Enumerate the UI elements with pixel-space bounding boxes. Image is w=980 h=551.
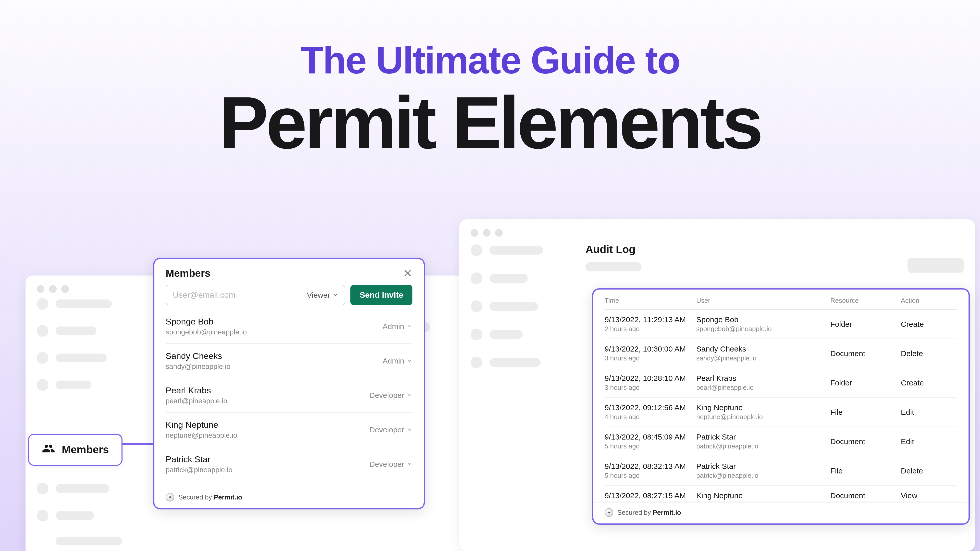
member-name: Sandy Cheeks (165, 351, 231, 361)
audit-row: 9/13/2022, 08:27:15 AMKing NeptuneDocume… (605, 486, 957, 502)
sidebar-item-label: Members (62, 444, 109, 456)
audit-row: 9/13/2022, 11:29:13 AM2 hours agoSponge … (605, 310, 957, 339)
user-name: King Neptune (696, 403, 830, 412)
chevron-down-icon (407, 426, 412, 434)
col-resource: Resource (830, 289, 900, 310)
chevron-down-icon (332, 291, 338, 300)
member-row: Patrick Starpatrick@pineapple.ioDevelope… (165, 447, 412, 487)
audit-row: 9/13/2022, 10:30:00 AM3 hours agoSandy C… (605, 339, 957, 368)
button-placeholder (907, 258, 964, 273)
user-email: neptune@pineapple.io (696, 413, 830, 421)
cell-time: 9/13/2022, 11:29:13 AM2 hours ago (605, 310, 696, 339)
subtitle-placeholder (585, 262, 641, 272)
time-value: 9/13/2022, 10:30:00 AM (605, 345, 696, 353)
cell-time: 9/13/2022, 08:45:09 AM5 hours ago (605, 427, 696, 456)
time-value: 9/13/2022, 09:12:56 AM (605, 403, 696, 412)
chevron-down-icon (407, 322, 412, 331)
audit-table: Time User Resource Action 9/13/2022, 11:… (605, 289, 957, 502)
cell-user: Patrick Starpatrick@pineapple.io (696, 427, 830, 456)
hero-subtitle: The Ultimate Guide to (0, 38, 980, 83)
cell-resource: Folder (830, 368, 900, 397)
user-email: patrick@pineapple.io (696, 472, 830, 480)
user-name: Pearl Krabs (696, 374, 830, 383)
invite-role-label: Viewer (307, 291, 330, 300)
member-role-label: Developer (369, 460, 404, 468)
user-email: spongebob@pineapple.io (696, 325, 830, 333)
chevron-down-icon (407, 460, 412, 468)
shield-icon: ✦ (605, 508, 613, 517)
cell-action: View (901, 486, 957, 502)
chevron-down-icon (407, 357, 412, 365)
secured-label: Secured by Permit.io (617, 509, 681, 516)
shield-icon: ✦ (165, 493, 174, 502)
audit-card: Time User Resource Action 9/13/2022, 11:… (592, 288, 970, 525)
member-name: Patrick Star (165, 454, 232, 464)
members-list: Sponge Bobspongebob@pineapple.ioAdminSan… (154, 310, 424, 487)
cell-time: 9/13/2022, 08:32:13 AM5 hours ago (605, 456, 696, 486)
member-role-label: Admin (383, 322, 404, 331)
sidebar-placeholder (471, 242, 568, 368)
member-identity: Pearl Krabspearl@pineapple.io (165, 386, 228, 405)
col-action: Action (901, 289, 957, 310)
cell-user: Pearl Krabspearl@pineapple.io (696, 368, 830, 397)
sidebar-item-members[interactable]: Members (28, 433, 123, 466)
cell-resource: File (830, 456, 900, 486)
member-role-label: Admin (383, 357, 404, 365)
user-name: Patrick Star (696, 433, 830, 441)
user-email: pearl@pineapple.io (696, 384, 830, 392)
invite-role-select[interactable]: Viewer (307, 291, 338, 300)
member-name: Pearl Krabs (165, 386, 228, 395)
members-title: Members (165, 268, 210, 279)
member-identity: Sandy Cheekssandy@pineapple.io (165, 351, 231, 371)
cell-user: Sandy Cheekssandy@pineapple.io (696, 339, 830, 368)
member-row: Sponge Bobspongebob@pineapple.ioAdmin (165, 310, 412, 344)
member-role-select[interactable]: Developer (369, 460, 412, 468)
member-role-select[interactable]: Admin (383, 357, 412, 365)
sidebar-placeholder (37, 298, 144, 545)
cell-action: Delete (901, 456, 957, 486)
time-ago: 3 hours ago (605, 384, 696, 392)
cell-action: Edit (901, 427, 957, 456)
secured-footer: ✦ Secured by Permit.io (593, 502, 969, 524)
member-email: sandy@pineapple.io (165, 362, 231, 371)
cell-time: 9/13/2022, 10:28:10 AM3 hours ago (605, 368, 696, 397)
secured-label: Secured by Permit.io (178, 493, 242, 501)
time-value: 9/13/2022, 08:32:13 AM (605, 462, 696, 471)
cell-action: Create (901, 310, 957, 339)
cell-resource: File (830, 397, 900, 427)
member-row: King Neptuneneptune@pineapple.ioDevelope… (165, 413, 412, 447)
member-name: Sponge Bob (165, 317, 247, 327)
audit-row: 9/13/2022, 08:45:09 AM5 hours agoPatrick… (605, 427, 957, 456)
cell-time: 9/13/2022, 09:12:56 AM4 hours ago (605, 397, 696, 427)
cell-time: 9/13/2022, 08:27:15 AM (605, 486, 696, 502)
time-value: 9/13/2022, 11:29:13 AM (605, 315, 696, 324)
time-value: 9/13/2022, 08:45:09 AM (605, 433, 696, 441)
cell-user: Patrick Starpatrick@pineapple.io (696, 456, 830, 486)
cell-user: Sponge Bobspongebob@pineapple.io (696, 310, 830, 339)
time-ago: 5 hours ago (605, 472, 696, 480)
col-user: User (696, 289, 830, 310)
member-email: spongebob@pineapple.io (165, 328, 247, 336)
col-time: Time (605, 289, 696, 310)
cell-user: King Neptuneneptune@pineapple.io (696, 397, 830, 427)
cell-resource: Folder (830, 310, 900, 339)
member-role-select[interactable]: Admin (383, 322, 412, 331)
member-identity: Sponge Bobspongebob@pineapple.io (165, 317, 247, 336)
member-role-label: Developer (369, 391, 404, 400)
user-name: King Neptune (696, 491, 830, 500)
close-icon[interactable]: ✕ (403, 268, 412, 279)
hero: The Ultimate Guide to Permit Elements (0, 0, 980, 158)
member-role-select[interactable]: Developer (369, 426, 412, 434)
time-ago: 3 hours ago (605, 354, 696, 362)
member-role-select[interactable]: Developer (369, 391, 412, 400)
invite-email-input[interactable] (173, 290, 307, 300)
member-name: King Neptune (165, 420, 237, 430)
user-name: Sponge Bob (696, 315, 830, 324)
send-invite-button[interactable]: Send Invite (350, 285, 412, 305)
audit-title: Audit Log (585, 243, 964, 256)
cell-user: King Neptune (696, 486, 830, 502)
member-email: patrick@pineapple.io (165, 466, 232, 474)
cell-resource: Document (830, 486, 900, 502)
time-ago: 2 hours ago (605, 325, 696, 333)
member-identity: King Neptuneneptune@pineapple.io (165, 420, 237, 440)
